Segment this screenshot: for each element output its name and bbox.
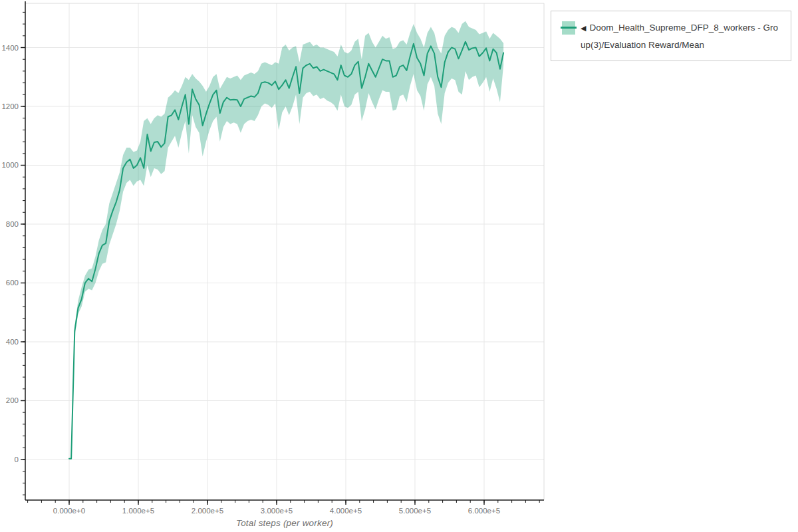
x-tick-label: 0.000e+0 — [53, 507, 85, 515]
y-tick-label: 0 — [15, 456, 19, 464]
confidence-band — [69, 21, 503, 459]
y-tick-label: 400 — [6, 338, 19, 346]
x-tick-label: 2.000e+5 — [192, 507, 223, 515]
x-tick-label: 3.000e+5 — [261, 507, 293, 515]
legend-collapse-triangle-icon[interactable]: ◀ — [581, 24, 586, 32]
y-tick-label: 600 — [6, 279, 19, 287]
swatch-line — [561, 27, 577, 29]
series-swatch-icon — [561, 21, 577, 35]
y-tick-label: 1000 — [1, 161, 19, 169]
legend-entry[interactable]: ◀Doom_Health_Supreme_DFP_8_workers - Gro… — [581, 19, 783, 54]
x-axis-title: Total steps (per worker) — [25, 518, 544, 528]
x-tick-label: 5.000e+5 — [399, 507, 431, 515]
y-tick-label: 800 — [6, 220, 19, 228]
chart-page: 0.000e+01.000e+52.000e+53.000e+54.000e+5… — [0, 0, 798, 532]
x-tick-label: 6.000e+5 — [468, 507, 500, 515]
legend[interactable]: ◀Doom_Health_Supreme_DFP_8_workers - Gro… — [551, 11, 791, 61]
y-tick-label: 1200 — [1, 102, 19, 110]
reward-line-chart: 0.000e+01.000e+52.000e+53.000e+54.000e+5… — [0, 0, 798, 532]
x-tick-label: 1.000e+5 — [122, 507, 154, 515]
x-tick-label: 4.000e+5 — [330, 507, 362, 515]
y-tick-label: 200 — [6, 396, 19, 404]
legend-series-label: Doom_Health_Supreme_DFP_8_workers - Grou… — [581, 23, 778, 50]
y-tick-label: 1400 — [1, 44, 19, 52]
